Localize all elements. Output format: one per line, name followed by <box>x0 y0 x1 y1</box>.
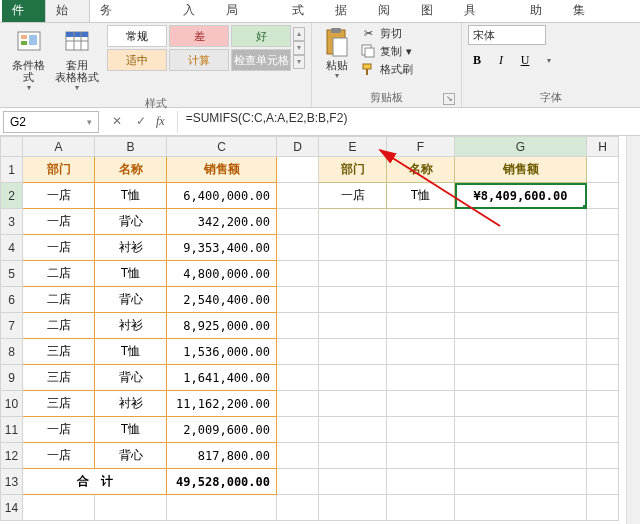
cell[interactable] <box>387 417 455 443</box>
cell[interactable] <box>319 261 387 287</box>
cell[interactable] <box>587 339 619 365</box>
cell[interactable] <box>387 235 455 261</box>
cell[interactable] <box>455 235 587 261</box>
cell[interactable]: 一店 <box>23 235 95 261</box>
col-header[interactable]: D <box>277 137 319 157</box>
cell[interactable]: 部门 <box>23 157 95 183</box>
style-normal[interactable]: 常规 <box>107 25 167 47</box>
cell[interactable]: 一店 <box>319 183 387 209</box>
cell[interactable] <box>387 469 455 495</box>
row-header[interactable]: 4 <box>1 235 23 261</box>
col-header[interactable]: G <box>455 137 587 157</box>
style-neutral[interactable]: 适中 <box>107 49 167 71</box>
cell[interactable] <box>587 313 619 339</box>
col-header[interactable]: H <box>587 137 619 157</box>
gallery-scroll-up[interactable]: ▴ <box>293 27 305 41</box>
tab-help[interactable]: 帮助 <box>520 0 563 22</box>
cell[interactable]: 衬衫 <box>95 391 167 417</box>
name-box[interactable]: G2 ▾ <box>3 111 99 133</box>
cell[interactable] <box>277 313 319 339</box>
cell[interactable] <box>277 495 319 521</box>
cell[interactable]: 342,200.00 <box>167 209 277 235</box>
style-calculation[interactable]: 计算 <box>169 49 229 71</box>
cell[interactable] <box>277 209 319 235</box>
cell[interactable] <box>387 495 455 521</box>
cell[interactable] <box>277 339 319 365</box>
gallery-more[interactable]: ▾ <box>293 55 305 69</box>
cell[interactable] <box>167 495 277 521</box>
cell[interactable]: 销售额 <box>167 157 277 183</box>
tab-data[interactable]: 数据 <box>325 0 368 22</box>
cell[interactable]: T恤 <box>95 261 167 287</box>
col-header[interactable]: C <box>167 137 277 157</box>
format-as-table-button[interactable]: 套用 表格格式 ▾ <box>51 25 103 94</box>
row-header[interactable]: 13 <box>1 469 23 495</box>
cell[interactable]: T恤 <box>387 183 455 209</box>
tab-view[interactable]: 视图 <box>411 0 454 22</box>
cell[interactable]: 6,400,000.00 <box>167 183 277 209</box>
bold-button[interactable]: B <box>468 51 486 69</box>
cell[interactable]: 1,536,000.00 <box>167 339 277 365</box>
cell[interactable] <box>95 495 167 521</box>
row-header[interactable]: 9 <box>1 365 23 391</box>
cell[interactable] <box>387 339 455 365</box>
cell[interactable]: 名称 <box>95 157 167 183</box>
col-header[interactable]: F <box>387 137 455 157</box>
col-header[interactable]: B <box>95 137 167 157</box>
cell[interactable]: 2,009,600.00 <box>167 417 277 443</box>
cell[interactable] <box>587 209 619 235</box>
cell[interactable] <box>319 469 387 495</box>
cell[interactable] <box>319 417 387 443</box>
cell[interactable]: 背心 <box>95 443 167 469</box>
tab-formulas[interactable]: 公式 <box>282 0 325 22</box>
cell[interactable] <box>587 417 619 443</box>
row-header[interactable]: 8 <box>1 339 23 365</box>
cell[interactable] <box>319 495 387 521</box>
cell[interactable] <box>455 339 587 365</box>
worksheet-grid[interactable]: A B C D E F G H 1部门名称销售额部门名称销售额2一店T恤6,40… <box>0 136 640 524</box>
tab-home[interactable]: 开始 <box>45 0 90 22</box>
cell[interactable]: 一店 <box>23 209 95 235</box>
paste-button[interactable]: 粘贴 ▾ <box>318 25 356 82</box>
cell[interactable]: 衬衫 <box>95 235 167 261</box>
cell[interactable]: 一店 <box>23 443 95 469</box>
cell[interactable] <box>319 443 387 469</box>
cell[interactable] <box>387 287 455 313</box>
formula-enter-button[interactable]: ✓ <box>132 114 150 129</box>
cell[interactable]: 部门 <box>319 157 387 183</box>
tab-developer[interactable]: 开发工具 <box>454 0 520 22</box>
tab-review[interactable]: 审阅 <box>368 0 411 22</box>
italic-button[interactable]: I <box>492 51 510 69</box>
cell[interactable]: 三店 <box>23 391 95 417</box>
cell[interactable] <box>455 365 587 391</box>
cell[interactable]: 11,162,200.00 <box>167 391 277 417</box>
cell[interactable]: 背心 <box>95 209 167 235</box>
tab-pdf-tools[interactable]: PDF工具集 <box>563 0 640 22</box>
cell[interactable]: 一店 <box>23 417 95 443</box>
cell[interactable] <box>277 365 319 391</box>
cell[interactable] <box>319 313 387 339</box>
cell[interactable] <box>277 235 319 261</box>
row-header[interactable]: 2 <box>1 183 23 209</box>
chevron-down-icon[interactable]: ▾ <box>540 51 558 69</box>
row-header[interactable]: 7 <box>1 313 23 339</box>
cell[interactable]: 9,353,400.00 <box>167 235 277 261</box>
style-check-cell[interactable]: 检查单元格 <box>231 49 291 71</box>
cell[interactable] <box>387 443 455 469</box>
cell[interactable] <box>455 313 587 339</box>
format-painter-button[interactable]: 格式刷 <box>360 61 413 77</box>
row-header[interactable]: 12 <box>1 443 23 469</box>
cell[interactable] <box>319 235 387 261</box>
cell[interactable] <box>587 183 619 209</box>
cell[interactable]: 1,641,400.00 <box>167 365 277 391</box>
fx-icon[interactable]: fx <box>156 114 171 129</box>
cell[interactable] <box>319 209 387 235</box>
cell[interactable]: 二店 <box>23 287 95 313</box>
formula-bar[interactable]: =SUMIFS(C:C,A:A,E2,B:B,F2) <box>177 111 640 133</box>
cell[interactable] <box>277 157 319 183</box>
cell[interactable] <box>455 287 587 313</box>
cell[interactable]: 二店 <box>23 261 95 287</box>
row-header[interactable]: 5 <box>1 261 23 287</box>
cell[interactable] <box>455 469 587 495</box>
tab-insert[interactable]: 插入 <box>173 0 216 22</box>
